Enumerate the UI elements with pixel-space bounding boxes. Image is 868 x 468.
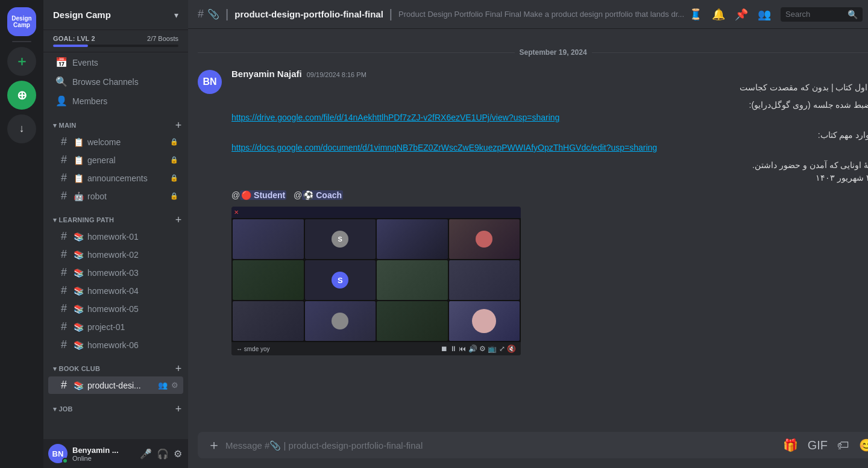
- mention-coach[interactable]: ⚽ Coach: [302, 190, 343, 200]
- add-channel-main-button[interactable]: +: [174, 120, 183, 130]
- events-icon: 📅: [55, 57, 68, 68]
- explore-server-button[interactable]: ⊕: [7, 81, 36, 110]
- thread-icon[interactable]: 🧵: [689, 8, 702, 21]
- search-icon: 🔍: [848, 10, 858, 19]
- message-author[interactable]: Benyamin Najafi: [231, 69, 302, 79]
- channel-name: general: [87, 155, 166, 165]
- nav-events-label: Events: [72, 58, 98, 67]
- channel-name: homework-06: [87, 340, 178, 350]
- boost-goal-label: GOAL: LVL 2: [53, 35, 95, 42]
- section-label-learning-path: ▾ LEARNING PATH: [53, 216, 114, 224]
- message-line-3: لینک سند موارد مهم کتاب:: [231, 129, 868, 142]
- notification-icon[interactable]: 🔔: [712, 8, 725, 21]
- channel-hash-icon: #: [58, 266, 70, 279]
- nav-item-browse-channels[interactable]: 🔍 Browse Channels: [48, 72, 183, 91]
- channel-item-general[interactable]: # 📋 general 🔒: [48, 151, 183, 169]
- sticker-icon[interactable]: 🏷: [837, 438, 849, 452]
- channel-hash-icon: #: [58, 172, 70, 184]
- channel-item-hw05[interactable]: # 📚 homework-05: [48, 300, 183, 317]
- user-avatar: BN: [48, 444, 68, 463]
- section-label-main: ▾ MAIN: [53, 122, 76, 129]
- pin-icon[interactable]: 📌: [735, 8, 748, 21]
- lock-icon: 🔒: [170, 174, 178, 182]
- chat-input-field[interactable]: [225, 440, 783, 451]
- channel-emoji: 📚: [74, 286, 84, 296]
- channel-hash-icon: #: [58, 136, 70, 148]
- section-header-learning-path[interactable]: ▾ LEARNING PATH +: [43, 205, 188, 227]
- video-cell-3: [377, 219, 448, 259]
- chat-header: # 📎 | product-design-portfolio-final-fin…: [188, 0, 868, 29]
- deafen-button[interactable]: 🎧: [156, 447, 170, 461]
- header-desc-separator: |: [389, 7, 392, 21]
- add-channel-learning-button[interactable]: +: [174, 215, 183, 225]
- date-separator: September 19, 2024: [188, 43, 868, 61]
- channel-header-description: Product Design Portfolio Final Final Mak…: [398, 10, 684, 19]
- server-icon-design-camp[interactable]: DesignCamp: [7, 7, 36, 36]
- video-cell-7: [377, 260, 448, 300]
- channel-settings-icon[interactable]: 👥: [158, 381, 168, 390]
- settings-button[interactable]: ⚙: [172, 447, 183, 461]
- nav-item-events[interactable]: 📅 Events: [48, 53, 183, 72]
- header-separator: |: [225, 7, 228, 21]
- channel-emoji: 📚: [74, 381, 84, 390]
- member-list-icon[interactable]: 👥: [758, 8, 771, 21]
- boost-count: 2/7 Boosts: [147, 35, 178, 42]
- section-label-book-club: ▾ BOOK CLUB: [53, 365, 100, 373]
- channel-hash-icon: #: [58, 379, 70, 392]
- gif-icon[interactable]: GIF: [808, 438, 828, 452]
- channel-emoji: 🤖: [74, 192, 84, 201]
- channel-item-hw01[interactable]: # 📚 homework-01: [48, 228, 183, 245]
- chat-input-area: ＋ 🎁 GIF 🏷 😊 👥: [188, 432, 868, 468]
- channel-header-info: # 📎 | product-design-portfolio-final-fin…: [198, 7, 684, 21]
- mention-student[interactable]: 🔴 Student: [240, 190, 286, 200]
- server-sidebar: DesignCamp ＋ ⊕ ↓: [0, 0, 43, 468]
- mute-button[interactable]: 🎤: [139, 447, 153, 461]
- search-input[interactable]: [785, 10, 845, 19]
- gift-icon[interactable]: 🎁: [783, 438, 798, 452]
- channel-name: robot: [87, 192, 166, 201]
- channel-item-project01[interactable]: # 📚 project-01: [48, 318, 183, 335]
- message-link-1[interactable]: https://drive.google.com/file/d/14nAekht…: [231, 113, 559, 122]
- date-sep-line-right: [592, 52, 868, 53]
- browse-channels-icon: 🔍: [55, 76, 68, 87]
- channel-item-hw02[interactable]: # 📚 homework-02: [48, 246, 183, 263]
- user-bar: BN Benyamin ... Online 🎤 🎧 ⚙: [43, 439, 188, 468]
- channel-item-hw04[interactable]: # 📚 homework-04: [48, 282, 183, 299]
- nav-browse-label: Browse Channels: [72, 77, 139, 87]
- chat-add-button[interactable]: ＋: [207, 436, 221, 454]
- download-button[interactable]: ↓: [7, 114, 36, 143]
- section-header-book-club[interactable]: ▾ BOOK CLUB +: [43, 354, 188, 376]
- section-label-job: ▾ JOB: [53, 405, 73, 413]
- add-channel-book-button[interactable]: +: [174, 364, 183, 373]
- section-header-job[interactable]: ▾ JOB +: [43, 395, 188, 416]
- boost-progress-fill: [53, 45, 88, 47]
- message-link-2[interactable]: https://docs.google.com/document/d/1vimn…: [231, 143, 657, 152]
- channel-list: 📅 Events 🔍 Browse Channels 👤 Members ▾ M…: [43, 52, 188, 439]
- explore-icon: ⊕: [17, 88, 27, 102]
- channel-item-announcements[interactable]: # 📋 announcements 🔒: [48, 169, 183, 187]
- channel-item-robot[interactable]: # 🤖 robot 🔒: [48, 187, 183, 205]
- channel-gear-icon[interactable]: ⚙: [171, 381, 178, 390]
- channel-item-product-desi[interactable]: # 📚 product-desi... 👥 ⚙: [48, 376, 183, 394]
- user-info: Benyamin ... Online: [72, 446, 134, 462]
- lock-icon: 🔒: [170, 138, 178, 146]
- add-server-button[interactable]: ＋: [7, 47, 36, 76]
- channel-item-hw03[interactable]: # 📚 homework-03: [48, 264, 183, 281]
- channel-item-welcome[interactable]: # 📋 welcome 🔒: [48, 133, 183, 151]
- emoji-icon[interactable]: 😊: [859, 438, 868, 452]
- date-sep-line-left: [198, 52, 515, 53]
- channel-item-hw06[interactable]: # 📚 homework-06: [48, 336, 183, 354]
- add-channel-job-button[interactable]: +: [174, 404, 183, 414]
- section-header-main[interactable]: ▾ MAIN +: [43, 111, 188, 133]
- channel-hash-icon: #: [198, 8, 204, 20]
- chat-header-actions: 🧵 🔔 📌 👥 🔍 📥 ❓: [689, 7, 868, 22]
- search-box[interactable]: 🔍: [781, 7, 863, 22]
- user-status: Online: [72, 455, 134, 462]
- nav-item-members[interactable]: 👤 Members: [48, 92, 183, 110]
- user-online-indicator: [62, 458, 68, 464]
- video-cell-1: [233, 219, 304, 259]
- server-header[interactable]: Design Camp ▾: [43, 0, 188, 30]
- message-line-5: پنج‌شنبه، ۲۹ شهریور ۱۴۰۳: [231, 172, 868, 184]
- channel-hash-icon: #: [58, 190, 70, 202]
- chat-input-box: ＋ 🎁 GIF 🏷 😊 👥: [198, 432, 868, 458]
